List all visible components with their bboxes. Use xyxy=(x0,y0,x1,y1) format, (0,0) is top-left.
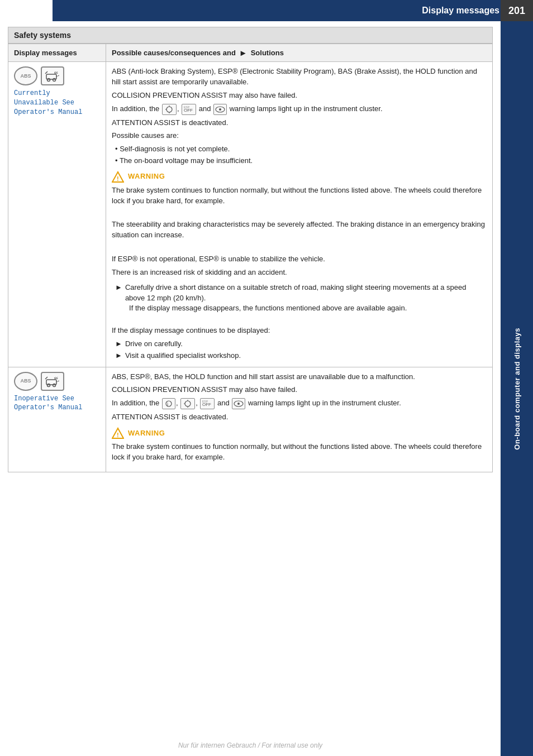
warning-label-1: WARNING xyxy=(128,171,165,182)
abs-icon: ABS xyxy=(14,66,37,85)
svg-point-24 xyxy=(185,401,191,406)
svg-line-3 xyxy=(45,71,47,74)
warning-text-2-1: The brake system continues to function n… xyxy=(112,442,487,463)
action-1-1: ► Carefully drive a short distance on a … xyxy=(115,283,487,314)
svg-text:!: ! xyxy=(117,432,119,438)
side-label-text: On-board computer and displays xyxy=(513,328,521,450)
bullet-1-2: • The on-board voltage may be insufficie… xyxy=(115,156,487,166)
section-header: Safety systems xyxy=(8,27,493,44)
right-col-2: ABS, ESP®, BAS, the HOLD function and hi… xyxy=(106,367,493,472)
para-1-2: COLLISION PREVENTION ASSIST may also hav… xyxy=(112,90,487,101)
display-table: Display messages Possible causes/consequ… xyxy=(8,44,493,472)
icons-row-2: ABS ≤≤ xyxy=(14,372,100,391)
svg-point-1 xyxy=(47,79,50,82)
final-action-1-2: ► Visit a qualified specialist workshop. xyxy=(115,351,487,361)
svg-line-19 xyxy=(45,377,47,379)
table-row-2: ABS ≤≤ xyxy=(8,367,493,472)
warning-block-1: ! WARNING The brake system continues to … xyxy=(112,171,487,278)
warning-text-1-3: If ESP® is not operational, ESP® is unab… xyxy=(112,254,487,265)
svg-text:ESP: ESP xyxy=(184,106,190,109)
side-label: On-board computer and displays xyxy=(501,21,533,756)
svg-point-17 xyxy=(47,384,50,386)
warning-text-1-1: The brake system continues to function n… xyxy=(112,185,487,207)
warning-block-2: ! WARNING The brake system continues to … xyxy=(112,427,487,463)
warning-text-1-2: The steerability and braking characteris… xyxy=(112,219,487,241)
main-content: Safety systems Display messages Possible… xyxy=(0,21,501,756)
svg-point-2 xyxy=(53,79,56,82)
inline-esp-off-icon: OFFESP xyxy=(182,104,196,115)
para-1-1: ABS (Anti-lock Braking System), ESP® (El… xyxy=(112,66,487,88)
if-continues-text: If the display message continues to be d… xyxy=(112,326,487,336)
para-1-3: In addition, the , OFFESP and warning la… xyxy=(112,104,487,115)
para-2-4: ATTENTION ASSIST is deactivated. xyxy=(112,412,487,423)
warning-triangle-icon-2: ! xyxy=(112,427,124,439)
abs-icon-2: ABS xyxy=(14,372,37,391)
inline-eye-icon xyxy=(213,104,227,115)
header-title: Display messages xyxy=(422,6,499,16)
left-col-1: ABS ≤≤ xyxy=(8,62,106,367)
arrow-icon-1: ► xyxy=(115,283,122,314)
icons-row-1: ABS ≤≤ xyxy=(14,66,100,85)
warning-header-2: ! WARNING xyxy=(112,427,487,439)
warning-header-1: ! WARNING xyxy=(112,171,487,183)
inline-eye2-icon xyxy=(232,398,245,409)
final-action-1-1: ► Drive on carefully. xyxy=(115,339,487,350)
bullet-1-1: • Self-diagnosis is not yet complete. xyxy=(115,144,487,155)
col1-header: Display messages xyxy=(8,44,106,62)
para-1-4: ATTENTION ASSIST is deactivated. xyxy=(112,118,487,128)
inline-steer-icon xyxy=(162,104,177,115)
svg-point-13 xyxy=(219,108,221,111)
svg-text:≤≤: ≤≤ xyxy=(54,71,58,74)
left-col-2: ABS ≤≤ xyxy=(8,367,106,472)
right-col-1: ABS (Anti-lock Braking System), ESP® (El… xyxy=(106,62,493,367)
inline-check-icon: i xyxy=(162,398,175,409)
arrow-icon-3: ► xyxy=(115,351,122,361)
svg-text:!: ! xyxy=(117,175,119,182)
arrow-icon-2: ► xyxy=(115,339,122,350)
status-text-1: Currently Unavailable See Operator's Man… xyxy=(14,89,100,117)
svg-point-31 xyxy=(237,403,240,405)
svg-point-18 xyxy=(53,384,56,386)
col2-header: Possible causes/consequences and ► Solut… xyxy=(106,44,493,62)
status-text-2: Inoperative See Operator's Manual xyxy=(14,394,100,413)
footer-text: Nur für internen Gebrauch / For internal… xyxy=(178,741,322,749)
svg-point-6 xyxy=(166,107,172,112)
warning-label-2: WARNING xyxy=(128,428,165,439)
footer: Nur für internen Gebrauch / For internal… xyxy=(0,741,501,749)
svg-text:≤≤: ≤≤ xyxy=(54,376,58,380)
svg-text:i: i xyxy=(167,401,168,407)
warning-triangle-icon-1: ! xyxy=(112,171,124,183)
solutions-arrow-icon: ► xyxy=(239,48,248,58)
para-1-5: Possible causes are: xyxy=(112,131,487,141)
para-2-2: COLLISION PREVENTION ASSIST may also hav… xyxy=(112,385,487,395)
inline-steer2-icon xyxy=(180,398,195,409)
car-skid-icon: ≤≤ xyxy=(41,66,64,85)
para-2-3: In addition, the i , , OFFESP and xyxy=(112,398,487,409)
page-number: 201 xyxy=(501,0,533,21)
car-skid-icon-2: ≤≤ xyxy=(41,372,64,391)
inline-esp-off2-icon: OFFESP xyxy=(200,398,215,409)
warning-text-1-4: There is an increased risk of skidding a… xyxy=(112,267,487,278)
header-bar: Display messages xyxy=(53,0,533,21)
table-row: ABS ≤≤ xyxy=(8,62,493,367)
para-2-1: ABS, ESP®, BAS, the HOLD function and hi… xyxy=(112,372,487,382)
svg-text:ESP: ESP xyxy=(202,400,208,403)
